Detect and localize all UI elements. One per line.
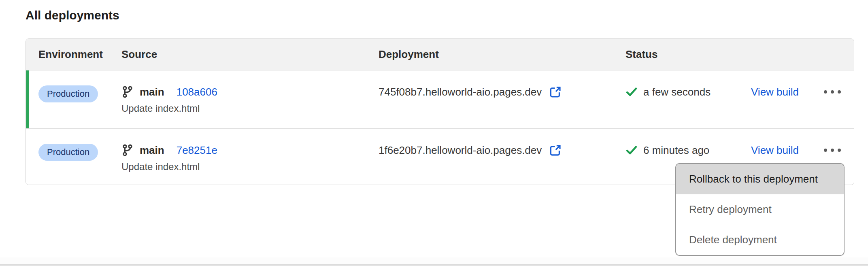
commit-message: Update index.html bbox=[121, 161, 379, 173]
ellipsis-icon bbox=[824, 90, 827, 94]
ellipsis-icon bbox=[824, 149, 827, 152]
view-build-link[interactable]: View build bbox=[751, 86, 799, 98]
more-actions-button[interactable] bbox=[822, 85, 842, 99]
header-environment: Environment bbox=[26, 48, 121, 61]
commit-link[interactable]: 108a606 bbox=[177, 86, 217, 98]
git-branch-icon bbox=[121, 144, 134, 156]
external-link-icon[interactable] bbox=[549, 85, 562, 98]
menu-item-delete[interactable]: Delete deployment bbox=[676, 225, 844, 255]
external-link-icon[interactable] bbox=[549, 144, 562, 157]
git-branch-icon bbox=[121, 86, 134, 98]
commit-link[interactable]: 7e8251e bbox=[177, 144, 217, 157]
deployment-url: 1f6e20b7.helloworld-aio.pages.dev bbox=[379, 144, 542, 157]
header-source: Source bbox=[121, 48, 379, 61]
deployment-actions-menu: Rollback to this deployment Retry deploy… bbox=[675, 163, 845, 256]
page-title: All deployments bbox=[26, 8, 119, 23]
status-time: 6 minutes ago bbox=[643, 144, 709, 157]
status-time: a few seconds bbox=[643, 86, 711, 98]
view-build-link[interactable]: View build bbox=[751, 144, 799, 157]
menu-item-retry[interactable]: Retry deployment bbox=[676, 194, 844, 225]
header-status: Status bbox=[625, 48, 854, 61]
table-row: Production main 108a606 Update index.htm… bbox=[26, 70, 854, 128]
success-check-icon bbox=[625, 86, 638, 98]
success-check-icon bbox=[625, 144, 638, 156]
branch-name: main bbox=[140, 144, 164, 157]
footer-divider bbox=[0, 264, 868, 266]
environment-badge: Production bbox=[38, 144, 98, 161]
commit-message: Update index.html bbox=[121, 102, 379, 115]
header-deployment: Deployment bbox=[379, 48, 625, 61]
deployment-url: 745f08b7.helloworld-aio.pages.dev bbox=[379, 86, 542, 98]
branch-name: main bbox=[140, 86, 164, 98]
footer-band bbox=[0, 257, 868, 264]
table-header-row: Environment Source Deployment Status bbox=[26, 39, 854, 70]
menu-item-rollback[interactable]: Rollback to this deployment bbox=[676, 164, 844, 194]
environment-badge: Production bbox=[38, 85, 98, 102]
more-actions-button[interactable] bbox=[822, 143, 842, 157]
